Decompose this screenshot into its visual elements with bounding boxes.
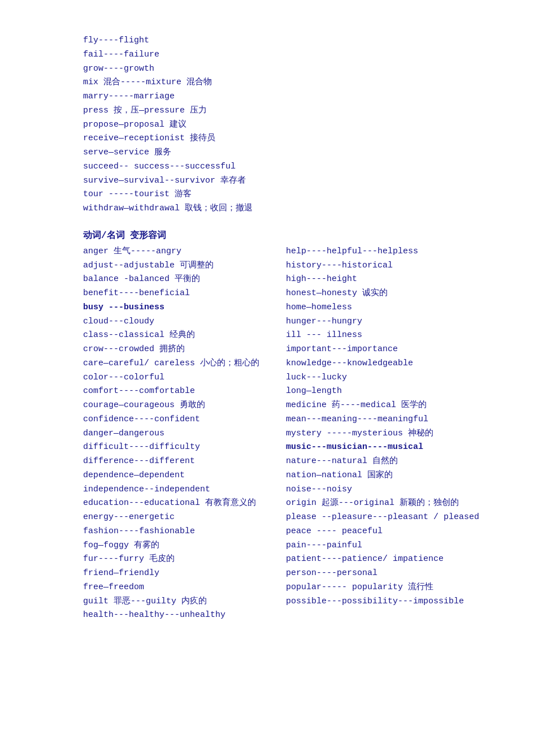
- left-col-line: courage—courageous 勇敢的: [83, 399, 280, 413]
- left-col-line: busy ---business: [83, 301, 280, 315]
- right-col-line: music---musician----musical: [286, 440, 483, 455]
- left-col-line: care—careful/ careless 小心的；粗心的: [83, 357, 280, 371]
- left-col-line: education---educational 有教育意义的: [83, 496, 280, 511]
- left-col-line: difficult----difficulty: [83, 440, 280, 455]
- left-col-line: guilt 罪恶---guilty 内疚的: [83, 595, 280, 609]
- left-col-line: color---colorful: [83, 371, 280, 385]
- left-col-line: anger 生气-----angry: [83, 245, 280, 259]
- left-col-line: health---healthy---unhealthy: [83, 608, 280, 623]
- right-col-line: knowledge---knowledgeable: [286, 357, 483, 371]
- right-col-line: person----personal: [286, 567, 483, 581]
- left-col-line: energy---energetic: [83, 511, 280, 525]
- left-col-line: balance -balanced 平衡的: [83, 273, 280, 287]
- top-word-line: fly----flight: [83, 34, 489, 48]
- right-col-line: important---importance: [286, 343, 483, 357]
- top-word-line: receive—receptionist 接待员: [83, 132, 489, 146]
- top-word-line: survive—survival--survivor 幸存者: [83, 174, 489, 188]
- top-word-section: fly----flightfail----failuregrow----grow…: [83, 34, 489, 216]
- right-col-line: possible---possibility---impossible: [286, 595, 483, 609]
- top-word-line: grow----growth: [83, 62, 489, 76]
- right-col-line: mean---meaning----meaningful: [286, 413, 483, 427]
- left-col-line: dependence—dependent: [83, 469, 280, 483]
- top-word-line: succeed-- success---successful: [83, 160, 489, 174]
- top-word-line: mix 混合-----mixture 混合物: [83, 76, 489, 90]
- adj-section-heading: 动词/名词 变形容词: [83, 230, 489, 241]
- left-col-line: adjust--adjustable 可调整的: [83, 259, 280, 273]
- left-col-line: independence--independent: [83, 483, 280, 497]
- right-col-line: origin 起源---original 新颖的；独创的: [286, 496, 483, 511]
- right-col-line: nature---natural 自然的: [286, 455, 483, 469]
- right-col-line: popular----- popularity 流行性: [286, 581, 483, 595]
- top-word-line: fail----failure: [83, 48, 489, 62]
- left-col-line: class--classical 经典的: [83, 329, 280, 343]
- left-col-line: friend—friendly: [83, 567, 280, 581]
- right-col-line: noise---noisy: [286, 483, 483, 497]
- left-col-line: fur----furry 毛皮的: [83, 552, 280, 567]
- right-col-line: mystery -----mysterious 神秘的: [286, 427, 483, 441]
- right-col-line: home—homeless: [286, 301, 483, 315]
- right-col-line: help----helpful---helpless: [286, 245, 483, 259]
- left-col: anger 生气-----angryadjust--adjustable 可调整…: [83, 245, 286, 623]
- right-col-line: medicine 药----medical 医学的: [286, 399, 483, 413]
- right-col-line: luck---lucky: [286, 371, 483, 385]
- right-col-line: patient----patience/ impatience: [286, 552, 483, 567]
- top-word-line: withdraw—withdrawal 取钱；收回；撤退: [83, 202, 489, 216]
- top-word-line: press 按，压—pressure 压力: [83, 104, 489, 118]
- right-col-line: nation—national 国家的: [286, 469, 483, 483]
- right-col-line: long—length: [286, 385, 483, 399]
- right-col-line: please --pleasure---pleasant / pleased: [286, 511, 483, 525]
- right-col-line: ill --- illness: [286, 329, 483, 343]
- left-col-line: crow---crowded 拥挤的: [83, 343, 280, 357]
- right-col-line: high----height: [286, 273, 483, 287]
- right-col-line: history----historical: [286, 259, 483, 273]
- left-col-line: benefit----beneficial: [83, 287, 280, 301]
- top-word-line: tour -----tourist 游客: [83, 188, 489, 202]
- right-col-line: hunger---hungry: [286, 315, 483, 329]
- left-col-line: free—freedom: [83, 581, 280, 595]
- adj-section: 动词/名词 变形容词 anger 生气-----angryadjust--adj…: [83, 230, 489, 623]
- top-word-line: serve—service 服务: [83, 146, 489, 160]
- top-word-line: marry-----marriage: [83, 90, 489, 104]
- left-col-line: cloud---cloudy: [83, 315, 280, 329]
- left-col-line: fog—foggy 有雾的: [83, 539, 280, 553]
- right-col-line: pain----painful: [286, 539, 483, 553]
- left-col-line: comfort----comfortable: [83, 385, 280, 399]
- left-col-line: fashion----fashionable: [83, 525, 280, 539]
- left-col-line: danger—dangerous: [83, 427, 280, 441]
- right-col-line: peace ---- peaceful: [286, 525, 483, 539]
- left-col-line: confidence----confident: [83, 413, 280, 427]
- adj-two-col: anger 生气-----angryadjust--adjustable 可调整…: [83, 245, 489, 623]
- right-col: help----helpful---helplesshistory----his…: [286, 245, 489, 623]
- right-col-line: honest—honesty 诚实的: [286, 287, 483, 301]
- left-col-line: difference---different: [83, 455, 280, 469]
- top-word-line: propose—proposal 建议: [83, 118, 489, 132]
